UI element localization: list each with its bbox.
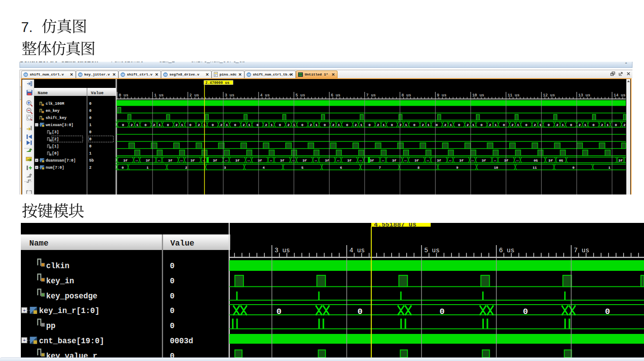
svg-text:05: 05 [534, 159, 538, 163]
svg-text:ve: ve [164, 73, 167, 76]
svg-text:ve: ve [79, 73, 82, 76]
svg-text:1: 1 [562, 123, 564, 127]
svg-text:ve: ve [122, 73, 125, 76]
svg-text:0: 0 [523, 307, 528, 317]
svg-text:0: 0 [122, 123, 124, 127]
svg-text:3 us: 3 us [225, 93, 235, 98]
svg-text:2: 2 [467, 123, 469, 127]
svg-text:5: 5 [301, 166, 303, 170]
svg-text:0: 0 [436, 123, 438, 127]
svg-text:0: 0 [572, 166, 574, 170]
svg-text:0: 0 [170, 262, 175, 270]
svg-text:3f: 3f [437, 159, 441, 163]
svg-text:5 us: 5 us [424, 247, 440, 254]
svg-text:3f: 3f [459, 159, 463, 163]
svg-text:key_value_r: key_value_r [46, 352, 98, 357]
svg-text:12 us: 12 us [543, 93, 555, 98]
svg-text:0 us: 0 us [119, 93, 129, 98]
svg-text:6: 6 [340, 166, 342, 170]
svg-text:3f: 3f [258, 159, 262, 163]
svg-text:3f: 3f [190, 159, 195, 163]
svg-text:0: 0 [89, 109, 91, 113]
svg-text:clk_100M: clk_100M [46, 102, 64, 106]
svg-text:key_in: key_in [46, 277, 74, 286]
svg-text:1: 1 [136, 123, 138, 127]
svg-text:8: 8 [417, 166, 420, 170]
svg-text:0: 0 [503, 123, 505, 127]
svg-text:6 us: 6 us [499, 247, 514, 254]
svg-text:10: 10 [494, 166, 498, 170]
svg-text:3f: 3f [280, 159, 284, 163]
svg-text:13 us: 13 us [578, 93, 590, 98]
svg-text:1: 1 [360, 123, 362, 127]
svg-text:1: 1 [607, 123, 609, 127]
svg-text:0: 0 [212, 123, 214, 127]
svg-text:[2]: [2] [52, 137, 59, 142]
svg-text:0: 0 [391, 123, 393, 127]
svg-text:2: 2 [287, 123, 290, 127]
svg-text:0: 0 [458, 123, 460, 127]
svg-text:4 us: 4 us [260, 93, 270, 98]
svg-text:0: 0 [346, 123, 348, 127]
svg-text:0: 0 [548, 123, 550, 127]
svg-text:1: 1 [181, 123, 183, 127]
svg-text:1: 1 [271, 123, 273, 127]
svg-text:1: 1 [450, 123, 452, 127]
svg-text:1: 1 [89, 151, 91, 156]
svg-text:3f: 3f [325, 159, 329, 163]
svg-text:3f: 3f [618, 159, 623, 163]
svg-text:0: 0 [615, 123, 617, 127]
svg-text:2: 2 [511, 123, 514, 127]
svg-text:1: 1 [226, 123, 228, 127]
svg-text:7 us: 7 us [366, 93, 376, 98]
svg-text:0: 0 [89, 144, 91, 149]
svg-text:2: 2 [355, 123, 357, 127]
svg-text:[0]: [0] [52, 151, 59, 156]
svg-text:2: 2 [220, 123, 222, 127]
svg-text:1: 1 [584, 123, 586, 127]
svg-text:1: 1 [315, 123, 318, 127]
svg-text:0: 0 [89, 116, 91, 120]
svg-text:14 us: 14 us [614, 93, 626, 98]
svg-text:3f: 3f [213, 159, 217, 163]
svg-text:1 us: 1 us [154, 93, 164, 98]
svg-text:2: 2 [489, 123, 491, 127]
svg-text:0: 0 [413, 123, 416, 127]
svg-text:3f: 3f [482, 159, 486, 163]
svg-text:3f: 3f [369, 159, 374, 163]
svg-text:0: 0 [324, 123, 326, 127]
svg-text:weixuan[3:0]: weixuan[3:0] [46, 123, 74, 127]
svg-text:4: 4 [263, 166, 265, 170]
svg-text:0: 0 [369, 123, 371, 127]
svg-text:4.551887 us: 4.551887 us [374, 223, 416, 228]
svg-text:3f: 3f [549, 159, 553, 163]
svg-text:0: 0 [89, 102, 91, 106]
svg-text:0: 0 [170, 352, 175, 357]
svg-text:7: 7 [379, 166, 381, 170]
svg-text:0: 0 [170, 277, 175, 286]
svg-text:0: 0 [440, 307, 444, 317]
svg-text:10 us: 10 us [472, 93, 484, 98]
svg-text:0: 0 [279, 123, 281, 127]
svg-text:5 us: 5 us [295, 93, 305, 98]
svg-text:[3]: [3] [52, 130, 59, 135]
svg-text:11 us: 11 us [507, 93, 519, 98]
svg-text:2: 2 [556, 123, 558, 127]
svg-text:Value: Value [170, 239, 194, 248]
svg-text:5b: 5b [89, 159, 94, 163]
svg-text:Value: Value [91, 91, 104, 95]
svg-text:11: 11 [533, 166, 537, 170]
svg-text:2: 2 [130, 123, 133, 127]
svg-text:0: 0 [234, 123, 236, 127]
svg-text:key_posedge: key_posedge [46, 292, 98, 301]
svg-text:3f: 3f [414, 159, 419, 163]
svg-text:0: 0 [189, 123, 192, 127]
svg-text:1: 1 [405, 123, 407, 127]
svg-text:−: − [35, 123, 38, 127]
svg-text:2.470000 us: 2.470000 us [205, 81, 229, 85]
svg-text:2: 2 [377, 123, 379, 127]
svg-text:+: + [23, 308, 26, 313]
svg-text:1: 1 [89, 123, 91, 127]
svg-text:ve: ve [247, 73, 251, 76]
svg-text:1: 1 [517, 123, 519, 127]
